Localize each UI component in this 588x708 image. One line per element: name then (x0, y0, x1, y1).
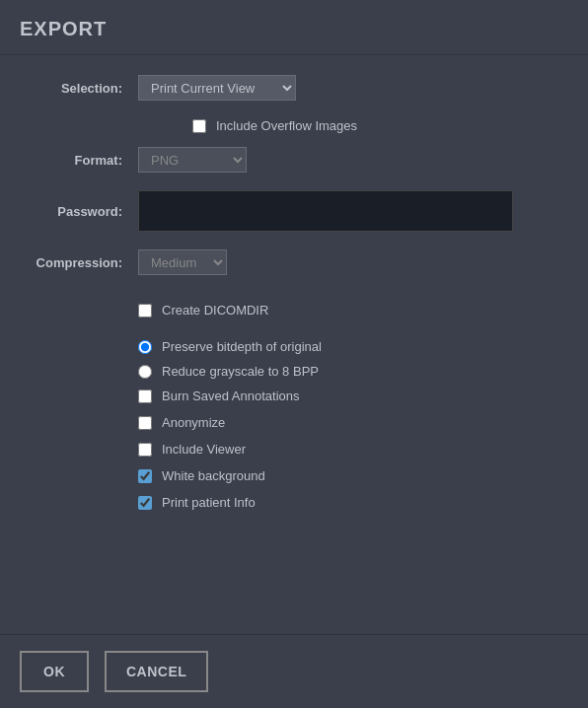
print-patient-info-row: Print patient Info (30, 495, 558, 510)
include-viewer-row: Include Viewer (30, 442, 558, 457)
create-dicomdir-row: Create DICOMDIR (30, 303, 558, 318)
dialog-footer: OK CANCEL (0, 634, 588, 708)
compression-control: Medium Low High None (138, 249, 558, 275)
anonymize-checkbox[interactable] (138, 416, 152, 430)
anonymize-row: Anonymize (30, 415, 558, 430)
dialog-title: EXPORT (20, 18, 107, 39)
preserve-bitdepth-radio[interactable] (138, 340, 152, 354)
password-input[interactable] (138, 190, 513, 232)
preserve-bitdepth-label[interactable]: Preserve bitdepth of original (138, 339, 322, 354)
white-background-row: White background (30, 468, 558, 483)
include-overflow-label[interactable]: Include Overflow Images (192, 118, 357, 133)
format-control: PNG JPEG DICOM TIFF (138, 147, 558, 173)
compression-select[interactable]: Medium Low High None (138, 249, 227, 275)
preserve-bitdepth-row: Preserve bitdepth of original (30, 339, 558, 354)
reduce-grayscale-label[interactable]: Reduce grayscale to 8 BPP (138, 364, 319, 379)
export-dialog: EXPORT Selection: Print Current View All… (0, 0, 588, 708)
ok-button[interactable]: OK (20, 651, 89, 692)
print-patient-info-label[interactable]: Print patient Info (138, 495, 256, 510)
include-overflow-checkbox[interactable] (192, 119, 206, 133)
create-dicomdir-label[interactable]: Create DICOMDIR (138, 303, 268, 318)
selection-control: Print Current View All Images Selected I… (138, 75, 558, 101)
format-row: Format: PNG JPEG DICOM TIFF (30, 147, 558, 173)
burn-annotations-label[interactable]: Burn Saved Annotations (138, 389, 300, 403)
anonymize-label[interactable]: Anonymize (138, 415, 225, 430)
compression-row: Compression: Medium Low High None (30, 249, 558, 275)
password-control (138, 190, 558, 232)
password-row: Password: (30, 190, 558, 232)
reduce-grayscale-radio[interactable] (138, 365, 152, 379)
reduce-grayscale-row: Reduce grayscale to 8 BPP (30, 364, 558, 379)
format-select[interactable]: PNG JPEG DICOM TIFF (138, 147, 247, 173)
include-viewer-label[interactable]: Include Viewer (138, 442, 246, 457)
selection-label: Selection: (30, 81, 138, 96)
print-patient-info-checkbox[interactable] (138, 496, 152, 510)
white-background-label[interactable]: White background (138, 468, 265, 483)
compression-label: Compression: (30, 255, 138, 270)
white-background-checkbox[interactable] (138, 469, 152, 483)
selection-row: Selection: Print Current View All Images… (30, 75, 558, 101)
include-viewer-checkbox[interactable] (138, 443, 152, 457)
burn-annotations-checkbox[interactable] (138, 389, 152, 403)
create-dicomdir-checkbox[interactable] (138, 304, 152, 318)
burn-annotations-row: Burn Saved Annotations (30, 389, 558, 403)
dialog-header: EXPORT (0, 0, 588, 55)
format-label: Format: (30, 153, 138, 168)
dialog-body: Selection: Print Current View All Images… (0, 55, 588, 634)
overflow-images-row: Include Overflow Images (30, 118, 558, 133)
password-label: Password: (30, 204, 138, 219)
cancel-button[interactable]: CANCEL (105, 651, 208, 692)
selection-select[interactable]: Print Current View All Images Selected I… (138, 75, 296, 101)
